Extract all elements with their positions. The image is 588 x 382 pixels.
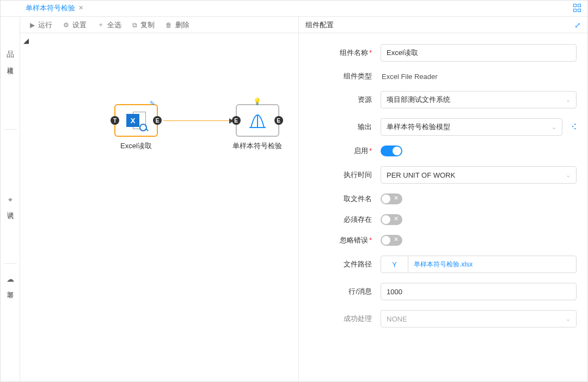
copy-icon: ⧉ xyxy=(132,21,137,29)
play-icon: ▶ xyxy=(30,21,35,29)
chevron-down-icon: ⌄ xyxy=(566,96,571,104)
enable-switch[interactable] xyxy=(381,145,402,156)
debug-icon: ⌖ xyxy=(8,195,13,204)
node-label: 单样本符号检验 xyxy=(232,141,282,151)
required-marker: * xyxy=(369,147,372,155)
node-label: Excel读取 xyxy=(120,141,152,151)
component-name-input[interactable]: Excel读取 xyxy=(381,44,577,62)
chevron-down-icon: ⌄ xyxy=(552,124,556,131)
corner-handle-icon[interactable]: ◢ xyxy=(23,37,29,45)
exec-time-select[interactable]: PER UNIT OF WORK⌄ xyxy=(381,166,577,184)
port-output[interactable]: E xyxy=(153,116,162,125)
run-button[interactable]: ▶运行 xyxy=(26,17,57,33)
expand-icon[interactable]: ⤢ xyxy=(574,21,581,29)
gear-icon: ⚙ xyxy=(63,21,69,29)
tab-label: 单样本符号检验 xyxy=(26,3,75,13)
rows-input[interactable]: 1000 xyxy=(381,283,577,300)
bulb-icon: 💡 xyxy=(253,98,261,105)
port-input[interactable]: T xyxy=(111,116,119,125)
take-filename-switch[interactable]: ✕ xyxy=(381,193,402,204)
chevron-down-icon: ⌄ xyxy=(566,316,571,323)
deploy-icon: ☁ xyxy=(7,275,14,283)
rail-deploy[interactable]: ☁ 部署 xyxy=(5,275,15,288)
must-exist-switch[interactable]: ✕ xyxy=(381,214,402,225)
select-all-button[interactable]: ＋全选 xyxy=(93,17,126,33)
grid-layout-icon[interactable] xyxy=(573,4,582,13)
rail-modeling[interactable]: 品 建模 xyxy=(5,50,15,64)
required-marker: * xyxy=(369,48,372,57)
distribution-chart-icon xyxy=(247,110,268,131)
component-type-text: Excel File Reader xyxy=(381,72,438,81)
delete-button[interactable]: 🗑删除 xyxy=(161,17,194,33)
file-path-input[interactable]: 单样本符号检验.xlsx xyxy=(408,256,576,272)
ignore-error-switch[interactable]: ✕ xyxy=(381,235,402,246)
panel-title: 组件配置 xyxy=(305,20,334,30)
chevron-down-icon: ⌄ xyxy=(566,172,571,179)
port-output[interactable]: E xyxy=(274,116,283,125)
trash-icon: 🗑 xyxy=(166,21,172,29)
settings-button[interactable]: ⚙设置 xyxy=(59,17,91,33)
success-select[interactable]: NONE⌄ xyxy=(381,310,577,328)
required-marker: * xyxy=(369,236,372,244)
rail-debug[interactable]: ⌖ 调试 xyxy=(5,195,15,209)
share-icon[interactable]: ⠪ xyxy=(571,123,577,131)
modeling-icon: 品 xyxy=(7,50,14,59)
edit-icon[interactable]: ✎ xyxy=(150,100,155,107)
workflow-canvas[interactable]: ◢ ✎ T X E Excel读取 xyxy=(20,33,298,381)
connector-line[interactable] xyxy=(163,120,233,121)
excel-file-icon: X xyxy=(126,111,146,130)
node-sign-test[interactable]: 💡 E E 单样本符号检验 xyxy=(232,104,282,151)
funnel-icon: Y xyxy=(392,260,397,269)
output-select[interactable]: 单样本符号检验模型⌄ xyxy=(381,118,562,136)
node-excel-reader[interactable]: ✎ T X E Excel读取 xyxy=(114,104,158,151)
copy-button[interactable]: ⧉复制 xyxy=(128,17,159,33)
port-input[interactable]: E xyxy=(232,116,241,125)
resource-select[interactable]: 项目部测试文件系统⌄ xyxy=(381,91,577,108)
close-icon[interactable]: ✕ xyxy=(78,4,83,11)
tab-workflow[interactable]: 单样本符号检验 ✕ xyxy=(20,1,89,16)
plus-icon: ＋ xyxy=(97,20,104,29)
file-filter-button[interactable]: Y xyxy=(381,256,408,272)
